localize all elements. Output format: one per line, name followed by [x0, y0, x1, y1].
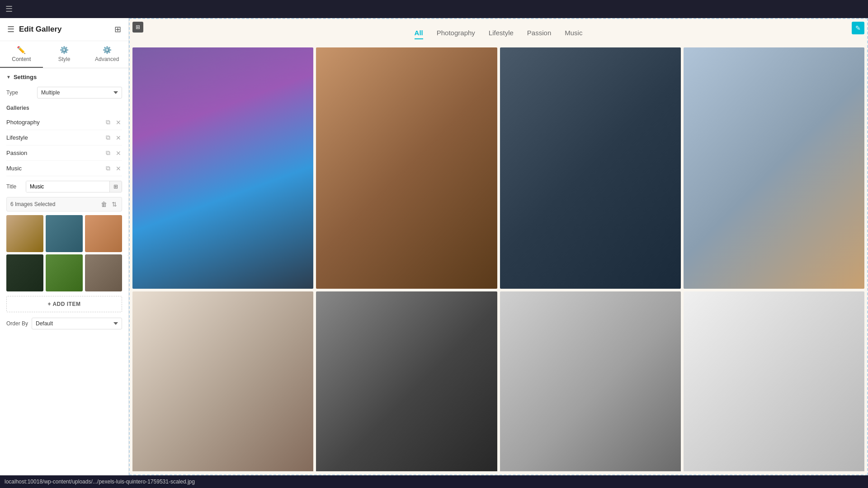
gallery-passion-actions: ⧉ ✕: [105, 148, 122, 158]
order-by-select[interactable]: Default: [32, 318, 122, 329]
sidebar-header-left: ☰ Edit Gallery: [7, 24, 61, 34]
gallery-music-delete-btn[interactable]: ✕: [115, 164, 122, 173]
settings-section-title: Settings: [14, 74, 37, 80]
filter-tabs: All Photography Lifestyle Passion Music: [130, 19, 867, 47]
gallery-item-photography: Photography ⧉ ✕: [6, 115, 122, 130]
content-tab-icon: ✏️: [17, 46, 26, 54]
add-item-button[interactable]: + ADD ITEM: [6, 296, 122, 312]
order-by-row: Order By Default: [6, 318, 122, 329]
gallery-image-6[interactable]: [316, 291, 497, 471]
title-input-btn[interactable]: ⊞: [109, 181, 122, 192]
sidebar-grid-icon[interactable]: ⊞: [114, 24, 121, 34]
hamburger-icon[interactable]: ☰: [5, 4, 13, 14]
sidebar-hamburger-icon[interactable]: ☰: [7, 24, 14, 34]
settings-section-header[interactable]: ▼ Settings: [6, 74, 122, 80]
gallery-photography-actions: ⧉ ✕: [105, 117, 122, 127]
order-by-label: Order By: [6, 320, 28, 327]
advanced-tab-icon: ⚙️: [103, 46, 112, 54]
thumbnail-6[interactable]: [85, 254, 122, 291]
gallery-image-4[interactable]: [684, 47, 864, 289]
gallery-music-copy-btn[interactable]: ⧉: [105, 164, 111, 173]
type-field-row: Type Multiple: [6, 87, 122, 99]
images-selected-actions: 🗑 ⇅: [100, 200, 118, 209]
content-area: ⊞ ✎ All Photography Lifestyle Passion Mu…: [129, 18, 868, 475]
gallery-music-name: Music: [6, 165, 105, 172]
images-selected-bar: 6 Images Selected 🗑 ⇅: [6, 197, 122, 211]
filter-tab-all[interactable]: All: [415, 27, 423, 39]
images-selected-text: 6 Images Selected: [10, 201, 55, 207]
settings-arrow-icon: ▼: [6, 75, 11, 80]
gallery-item-music: Music ⧉ ✕: [6, 161, 122, 176]
gallery-item-lifestyle: Lifestyle ⧉ ✕: [6, 130, 122, 145]
status-url: localhost:10018/wp-content/uploads/.../p…: [5, 479, 195, 485]
gallery-passion-copy-btn[interactable]: ⧉: [105, 148, 111, 158]
thumbnail-1[interactable]: [6, 215, 43, 252]
tab-content[interactable]: ✏️ Content: [0, 41, 43, 68]
gallery-image-5[interactable]: [132, 291, 313, 471]
gallery-photography-copy-btn[interactable]: ⧉: [105, 117, 111, 127]
tab-style-label: Style: [58, 56, 71, 62]
tab-style[interactable]: ⚙️ Style: [43, 41, 86, 68]
gallery-photography-name: Photography: [6, 119, 105, 126]
style-tab-icon: ⚙️: [60, 46, 69, 54]
thumbnail-4[interactable]: [6, 254, 43, 291]
type-select[interactable]: Multiple: [37, 87, 122, 99]
sidebar: ☰ Edit Gallery ⊞ ✏️ Content ⚙️ Style ⚙️ …: [0, 18, 129, 475]
gallery-image-8[interactable]: [684, 291, 864, 471]
gallery-passion-delete-btn[interactable]: ✕: [115, 149, 122, 158]
gallery-lifestyle-name: Lifestyle: [6, 134, 105, 141]
tab-advanced[interactable]: ⚙️ Advanced: [85, 41, 128, 68]
images-delete-btn[interactable]: 🗑: [100, 200, 108, 209]
gallery-item-passion: Passion ⧉ ✕: [6, 145, 122, 161]
filter-tab-photography[interactable]: Photography: [437, 27, 475, 39]
gallery-edit-btn[interactable]: ✎: [852, 22, 864, 34]
thumbnail-2[interactable]: [46, 215, 83, 252]
main-area: ☰ Edit Gallery ⊞ ✏️ Content ⚙️ Style ⚙️ …: [0, 18, 868, 475]
galleries-section: Galleries Photography ⧉ ✕ Lifestyle ⧉ ✕: [6, 105, 122, 176]
filter-tab-lifestyle[interactable]: Lifestyle: [489, 27, 514, 39]
tab-content-label: Content: [12, 56, 31, 62]
gallery-music-actions: ⧉ ✕: [105, 164, 122, 173]
edit-icon: ✎: [855, 24, 861, 32]
title-label: Title: [6, 183, 22, 190]
gallery-image-2[interactable]: [316, 47, 497, 289]
gallery-lifestyle-copy-btn[interactable]: ⧉: [105, 133, 111, 142]
gallery-image-7[interactable]: [500, 291, 681, 471]
tab-advanced-label: Advanced: [95, 56, 119, 62]
filter-tab-passion[interactable]: Passion: [527, 27, 551, 39]
thumbnail-5[interactable]: [46, 254, 83, 291]
gallery-image-3[interactable]: [500, 47, 681, 289]
gallery-grid: [130, 47, 867, 471]
sidebar-header: ☰ Edit Gallery ⊞: [0, 18, 128, 41]
top-bar: ☰: [0, 0, 868, 18]
sidebar-tabs: ✏️ Content ⚙️ Style ⚙️ Advanced: [0, 41, 128, 68]
title-input[interactable]: [26, 181, 109, 192]
settings-section: ▼ Settings Type Multiple Galleries Photo…: [0, 68, 128, 339]
gallery-photography-delete-btn[interactable]: ✕: [115, 118, 122, 127]
galleries-label: Galleries: [6, 105, 122, 111]
type-label: Type: [6, 89, 33, 96]
filter-tab-music[interactable]: Music: [565, 27, 582, 39]
widget-handle[interactable]: ⊞: [132, 22, 143, 33]
title-row: Title ⊞: [6, 181, 122, 192]
gallery-lifestyle-actions: ⧉ ✕: [105, 133, 122, 142]
images-reorder-btn[interactable]: ⇅: [111, 200, 118, 209]
thumbnails-grid: [6, 215, 122, 291]
gallery-passion-name: Passion: [6, 150, 105, 156]
gallery-image-1[interactable]: [132, 47, 313, 289]
gallery-widget: ⊞ ✎ All Photography Lifestyle Passion Mu…: [129, 18, 868, 475]
status-bar: localhost:10018/wp-content/uploads/.../p…: [0, 475, 868, 488]
sidebar-title: Edit Gallery: [19, 25, 61, 34]
widget-handle-icon: ⊞: [136, 24, 140, 30]
gallery-lifestyle-delete-btn[interactable]: ✕: [115, 133, 122, 142]
title-input-wrap: ⊞: [26, 181, 122, 192]
thumbnail-3[interactable]: [85, 215, 122, 252]
